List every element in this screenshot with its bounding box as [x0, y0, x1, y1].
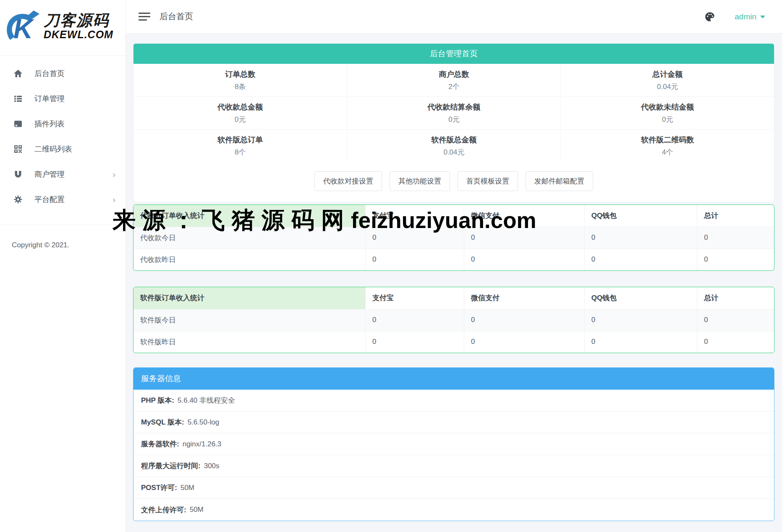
sidebar-item-label: 订单管理 — [34, 94, 65, 104]
magnet-icon — [13, 169, 24, 180]
home-icon — [13, 68, 24, 79]
chevron-down-icon — [760, 16, 765, 18]
quick-actions: 代收款对接设置 其他功能设置 首页模板设置 发邮件邮箱配置 — [133, 162, 774, 202]
table-title: 软件版订单收入统计 — [133, 287, 365, 309]
chevron-right-icon: › — [112, 195, 115, 204]
stat-total-orders: 订单总数 8条 — [133, 64, 347, 97]
table-row: 代收款昨日 0 0 0 0 — [133, 249, 774, 270]
mail-config-button[interactable]: 发邮件邮箱配置 — [526, 171, 593, 191]
other-settings-button[interactable]: 其他功能设置 — [390, 171, 450, 191]
server-row-upload-limit: 文件上传许可: 50M — [133, 499, 774, 521]
server-row-post-limit: POST许可: 50M — [133, 477, 774, 499]
table-row: 代收款今日 0 0 0 0 — [133, 227, 774, 249]
brand-logo[interactable]: K 刀客源码 DKEWL.COM — [0, 0, 126, 56]
server-info-panel: 服务器信息 PHP 版本: 5.6.40 非线程安全 MySQL 版本: 5.6… — [133, 367, 774, 521]
svg-text:K: K — [13, 14, 35, 44]
collection-income-table: 代收款订单收入统计 支付宝 微信支付 QQ钱包 总计 代收款今日 0 0 0 0… — [133, 204, 774, 271]
sidebar-item-plugins[interactable]: 插件列表 — [0, 111, 126, 136]
dashboard-card-title: 后台管理首页 — [133, 44, 774, 64]
topbar: 后台首页 admin — [126, 0, 782, 34]
brand-title: 刀客源码 — [44, 13, 113, 29]
user-name: admin — [735, 12, 756, 21]
sidebar-item-orders[interactable]: 订单管理 — [0, 86, 126, 111]
collection-api-settings-button[interactable]: 代收款对接设置 — [314, 171, 382, 191]
software-income-table: 软件版订单收入统计 支付宝 微信支付 QQ钱包 总计 软件版今日 0 0 0 0… — [133, 287, 774, 353]
column-header-alipay: 支付宝 — [365, 205, 464, 227]
sidebar-item-label: 二维码列表 — [34, 144, 72, 154]
user-menu[interactable]: admin — [735, 12, 765, 21]
copyright-text: Copyright © 2021. — [0, 225, 126, 249]
chevron-right-icon: › — [112, 170, 115, 178]
brand-logo-icon: K — [4, 5, 43, 47]
stat-software-orders: 软件版总订单 8个 — [133, 129, 347, 162]
sidebar-item-merchants[interactable]: 商户管理 › — [0, 162, 126, 187]
sidebar-item-platform-config[interactable]: 平台配置 › — [0, 187, 126, 212]
server-row-mysql: MySQL 版本: 5.6.50-log — [133, 411, 774, 433]
stat-software-amount: 软件版总金额 0.04元 — [347, 129, 561, 162]
plugin-drive-icon — [13, 118, 24, 129]
sidebar-item-label: 商户管理 — [34, 169, 65, 179]
column-header-alipay: 支付宝 — [365, 287, 464, 309]
sidebar-item-dashboard[interactable]: 后台首页 — [0, 61, 126, 86]
table-row: 软件版昨日 0 0 0 0 — [133, 331, 774, 353]
server-row-max-exec-time: 程序最大运行时间: 300s — [133, 455, 774, 477]
server-row-webserver: 服务器软件: nginx/1.26.3 — [133, 433, 774, 455]
sidebar-item-label: 插件列表 — [34, 119, 65, 129]
brand-domain: DKEWL.COM — [44, 29, 113, 40]
page-title: 后台首页 — [160, 11, 193, 22]
stat-collection-total: 代收款总金额 0元 — [133, 97, 347, 129]
sidebar-item-qrcodes[interactable]: 二维码列表 — [0, 136, 126, 162]
column-header-wechat: 微信支付 — [464, 287, 584, 309]
sidebar-toggle-icon[interactable] — [139, 10, 150, 23]
dashboard-summary-card: 后台管理首页 订单总数 8条 商户总数 2个 总计金额 0.04元 代收款总金额… — [133, 43, 774, 202]
sidebar-item-label: 后台首页 — [34, 68, 65, 79]
theme-palette-icon[interactable] — [704, 11, 715, 22]
column-header-total: 总计 — [697, 287, 774, 309]
column-header-qq-wallet: QQ钱包 — [584, 205, 697, 227]
column-header-qq-wallet: QQ钱包 — [584, 287, 697, 309]
main-content: 后台管理首页 订单总数 8条 商户总数 2个 总计金额 0.04元 代收款总金额… — [126, 34, 782, 532]
list-icon — [13, 93, 24, 104]
sidebar: K 刀客源码 DKEWL.COM 后台首页 订单管理 插件列表 — [0, 0, 126, 532]
server-info-title: 服务器信息 — [133, 368, 774, 390]
server-row-php: PHP 版本: 5.6.40 非线程安全 — [133, 390, 774, 411]
stat-total-amount: 总计金额 0.04元 — [560, 64, 774, 97]
stat-total-merchants: 商户总数 2个 — [347, 64, 561, 97]
column-header-total: 总计 — [697, 205, 774, 227]
homepage-template-settings-button[interactable]: 首页模板设置 — [458, 171, 518, 191]
stat-collection-unsettled: 代收款未结金额 0元 — [560, 97, 774, 129]
table-row: 软件版今日 0 0 0 0 — [133, 309, 774, 331]
sidebar-item-label: 平台配置 — [34, 194, 65, 204]
gear-icon — [13, 194, 24, 205]
table-title: 代收款订单收入统计 — [133, 205, 365, 227]
qrcode-icon — [13, 144, 24, 155]
stat-collection-settle-balance: 代收款结算余额 0元 — [347, 97, 561, 129]
column-header-wechat: 微信支付 — [464, 205, 584, 227]
stat-software-qrcodes: 软件版二维码数 4个 — [560, 129, 774, 162]
sidebar-menu: 后台首页 订单管理 插件列表 二维码列 — [0, 56, 126, 212]
stats-grid: 订单总数 8条 商户总数 2个 总计金额 0.04元 代收款总金额 0元 代收款… — [133, 64, 774, 162]
